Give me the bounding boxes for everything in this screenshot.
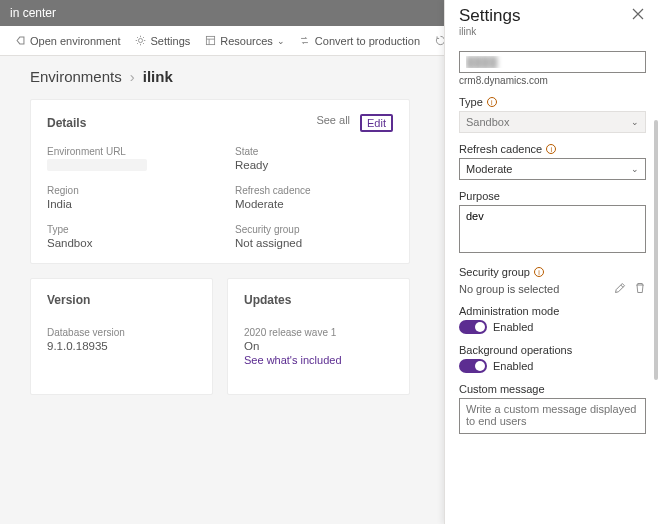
type-value: Sandbox [47,237,205,249]
bg-ops-value: Enabled [493,360,533,372]
svg-point-0 [138,38,142,42]
wave-label: 2020 release wave 1 [244,327,393,338]
wave-value: On [244,340,393,352]
cadence-label: Refresh cadence [235,185,393,196]
close-icon [632,8,644,20]
env-url-label: Environment URL [47,146,205,157]
type-label: Type [459,96,483,108]
chevron-down-icon: ⌄ [631,117,639,127]
updates-card: Updates 2020 release wave 1 On See what'… [227,278,410,395]
settings-button[interactable]: Settings [135,35,191,47]
breadcrumb-current: ilink [143,68,173,85]
sg-label: Security group [459,266,530,278]
updates-title: Updates [244,293,393,307]
panel-title: Settings [459,6,520,26]
purpose-label: Purpose [459,190,500,202]
version-title: Version [47,293,196,307]
pencil-icon [614,282,626,294]
bg-ops-label: Background operations [459,344,572,356]
open-icon [14,35,26,47]
details-title: Details [47,116,86,130]
db-version-label: Database version [47,327,196,338]
convert-button[interactable]: Convert to production [299,35,420,47]
db-version-value: 9.1.0.18935 [47,340,196,352]
edit-sg-button[interactable] [614,282,626,294]
open-environment-button[interactable]: Open environment [14,35,121,47]
type-select: Sandbox ⌄ [459,111,646,133]
admin-mode-value: Enabled [493,321,533,333]
info-icon[interactable]: i [546,144,556,154]
purpose-textarea[interactable] [459,205,646,253]
settings-panel: Settings ilink crm8.dynamics.com Typei S… [444,0,660,524]
admin-mode-toggle[interactable] [459,320,487,334]
custom-msg-label: Custom message [459,383,545,395]
convert-icon [299,35,311,47]
region-label: Region [47,185,205,196]
breadcrumb-root[interactable]: Environments [30,68,122,85]
close-button[interactable] [630,6,646,22]
type-label: Type [47,224,205,235]
env-url-value [47,159,147,171]
trash-icon [634,282,646,294]
version-card: Version Database version 9.1.0.18935 [30,278,213,395]
see-included-link[interactable]: See what's included [244,354,393,366]
panel-subtitle: ilink [459,26,520,37]
app-title: in center [10,6,56,20]
panel-scrollbar[interactable] [654,120,658,380]
domain-text: crm8.dynamics.com [459,75,646,86]
details-card: Details See all Edit Environment URL Sta… [30,99,410,264]
custom-msg-textarea[interactable] [459,398,646,434]
admin-mode-label: Administration mode [459,305,559,317]
name-input[interactable] [459,51,646,73]
info-icon[interactable]: i [534,267,544,277]
state-value: Ready [235,159,393,171]
region-value: India [47,198,205,210]
resources-button[interactable]: Resources ⌄ [204,35,285,47]
edit-button[interactable]: Edit [360,114,393,132]
gear-icon [135,35,147,47]
svg-rect-1 [206,36,214,44]
bg-ops-toggle[interactable] [459,359,487,373]
sg-label: Security group [235,224,393,235]
sg-value: No group is selected [459,283,559,295]
delete-sg-button[interactable] [634,282,646,294]
info-icon[interactable]: i [487,97,497,107]
resources-icon [204,35,216,47]
see-all-link[interactable]: See all [316,114,350,132]
chevron-down-icon: ⌄ [277,36,285,46]
state-label: State [235,146,393,157]
breadcrumb-separator: › [130,68,135,85]
cadence-value: Moderate [235,198,393,210]
sg-value: Not assigned [235,237,393,249]
cadence-label: Refresh cadence [459,143,542,155]
chevron-down-icon: ⌄ [631,164,639,174]
cadence-select[interactable]: Moderate ⌄ [459,158,646,180]
